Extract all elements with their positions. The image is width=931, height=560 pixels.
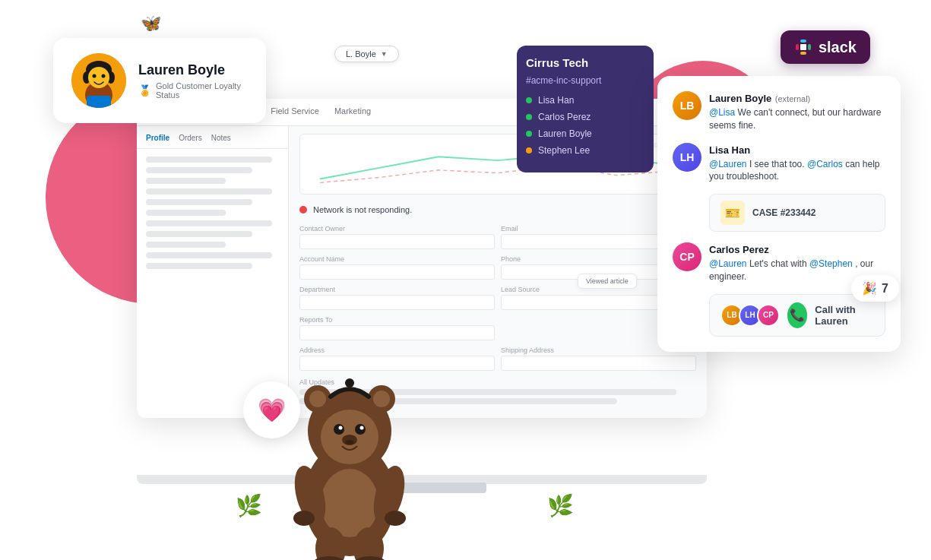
dropdown-value: L. Boyle: [346, 49, 376, 59]
mention-stephen: @Stephen: [809, 258, 853, 269]
svg-point-37: [345, 378, 354, 388]
sidebar-line: [146, 263, 252, 269]
slack-icon: [794, 38, 812, 56]
customer-name: Lauren Boyle: [138, 62, 248, 78]
tab-marketing[interactable]: Marketing: [334, 106, 371, 119]
svg-rect-2: [808, 44, 811, 50]
call-phone-icon[interactable]: 📞: [787, 302, 807, 328]
svg-point-25: [360, 426, 364, 430]
sidebar-tab-profile[interactable]: Profile: [146, 134, 169, 142]
sidebar-line: [146, 210, 226, 216]
notif-emoji: 🎉: [862, 281, 877, 296]
svg-point-12: [93, 74, 97, 78]
sidebar-line: [146, 157, 272, 163]
notification-badge: 🎉 7: [851, 275, 899, 302]
chat-name-lauren: Lauren Boyle: [709, 93, 771, 104]
mention-lauren-1: @Lauren: [709, 159, 747, 169]
chat-text-lauren: @Lisa We can't connect, but our hardware…: [709, 106, 885, 132]
svg-point-24: [339, 426, 343, 430]
call-label: Call with Lauren: [815, 304, 874, 327]
svg-point-27: [321, 469, 378, 537]
mention-lisa: @Lisa: [709, 107, 735, 118]
butterfly-icon: 🦋: [141, 14, 161, 33]
svg-rect-3: [800, 52, 806, 55]
sidebar-line: [146, 231, 252, 237]
error-dot-icon: [299, 206, 307, 214]
chat-name-carlos: Carlos Perez: [709, 244, 769, 255]
chat-avatar-lauren: LB: [673, 91, 701, 120]
svg-rect-0: [796, 44, 799, 50]
call-avatars: LB LH CP: [720, 304, 780, 327]
member-online-dot: [526, 131, 532, 137]
svg-point-30: [293, 511, 315, 526]
customer-status: 🏅 Gold Customer Loyalty Status: [138, 81, 248, 100]
heart-bubble: 💗: [243, 381, 300, 438]
chat-avatar-lisa: LH: [673, 143, 701, 172]
sidebar-line: [146, 167, 252, 173]
sidebar-tab-orders[interactable]: Orders: [179, 134, 202, 142]
heart-icon: 💗: [258, 397, 286, 423]
customer-info: Lauren Boyle 🏅 Gold Customer Loyalty Sta…: [138, 62, 248, 100]
sidebar-line: [146, 220, 272, 226]
contact-dropdown[interactable]: L. Boyle ▼: [334, 46, 399, 62]
member-online-dot: [526, 97, 532, 103]
svg-point-11: [88, 67, 109, 88]
sidebar-tabs: Profile Orders Notes: [137, 134, 288, 149]
form-field-reports-to: Reports To: [299, 316, 495, 340]
channel-member-carlos: Carlos Perez: [526, 112, 644, 122]
call-avatar-3: CP: [757, 304, 780, 327]
sidebar-tab-notes[interactable]: Notes: [211, 134, 231, 142]
form-field-contact-owner: Contact Owner: [299, 225, 495, 249]
form-field-account-name: Account Name: [299, 255, 495, 280]
member-away-dot: [526, 147, 532, 153]
sidebar-line: [146, 178, 226, 184]
sidebar-line: [146, 188, 272, 195]
svg-point-36: [345, 440, 354, 445]
chat-name-lisa: Lisa Han: [709, 144, 750, 156]
channel-member-lauren: Lauren Boyle: [526, 128, 644, 139]
svg-point-19: [309, 391, 326, 407]
customer-avatar: [71, 53, 126, 108]
sidebar-content: [137, 149, 288, 277]
svg-point-31: [385, 511, 406, 526]
svg-point-23: [355, 424, 366, 435]
sidebar-line: [146, 199, 252, 205]
svg-rect-14: [87, 96, 111, 108]
chat-avatar-carlos: CP: [673, 242, 701, 271]
chat-message-lisa: LH Lisa Han @Lauren I see that too. @Car…: [673, 143, 885, 184]
chat-message-carlos: CP Carlos Perez @Lauren Let's chat with …: [673, 242, 885, 283]
channel-member-stephen: Stephen Lee: [526, 145, 644, 156]
channel-company: Cirrus Tech: [526, 56, 644, 69]
chat-panel: LB Lauren Boyle (external) @Lisa We can'…: [657, 76, 901, 352]
svg-rect-4: [800, 44, 806, 50]
chat-tag-lauren: (external): [775, 94, 810, 103]
chat-content-lauren: Lauren Boyle (external) @Lisa We can't c…: [709, 91, 885, 132]
grass-left: 🌿: [236, 493, 262, 518]
case-icon: 🎫: [720, 201, 745, 225]
sidebar-line: [146, 242, 226, 248]
mention-lauren-2: @Lauren: [709, 258, 747, 269]
tab-field-service[interactable]: Field Service: [271, 106, 319, 119]
customer-card: Lauren Boyle 🏅 Gold Customer Loyalty Sta…: [53, 38, 266, 123]
chat-content-lisa: Lisa Han @Lauren I see that too. @Carlos…: [709, 143, 885, 184]
case-number: CASE #233442: [752, 207, 815, 218]
svg-point-22: [334, 424, 344, 435]
chevron-down-icon: ▼: [381, 50, 388, 58]
svg-rect-1: [800, 40, 806, 43]
viewed-article-chip: Viewed article: [578, 274, 637, 289]
channel-hashtag: #acme-inc-support: [526, 75, 644, 86]
chat-message-lauren: LB Lauren Boyle (external) @Lisa We can'…: [673, 91, 885, 132]
svg-point-20: [373, 391, 390, 407]
member-online-dot: [526, 114, 532, 120]
form-field-department: Department: [299, 286, 495, 310]
slack-badge[interactable]: slack: [781, 30, 870, 64]
case-card[interactable]: 🎫 CASE #233442: [709, 194, 885, 232]
grass-right: 🌿: [547, 493, 574, 518]
mention-carlos: @Carlos: [807, 159, 843, 169]
notif-count: 7: [882, 282, 888, 296]
crm-form: Contact Owner Email Account Name Phone D…: [299, 225, 696, 371]
mascot-astro: [266, 355, 433, 545]
network-error-message: Network is not responding.: [299, 202, 696, 217]
chat-text-lisa: @Lauren I see that too. @Carlos can help…: [709, 158, 885, 184]
sidebar-line: [146, 252, 272, 258]
